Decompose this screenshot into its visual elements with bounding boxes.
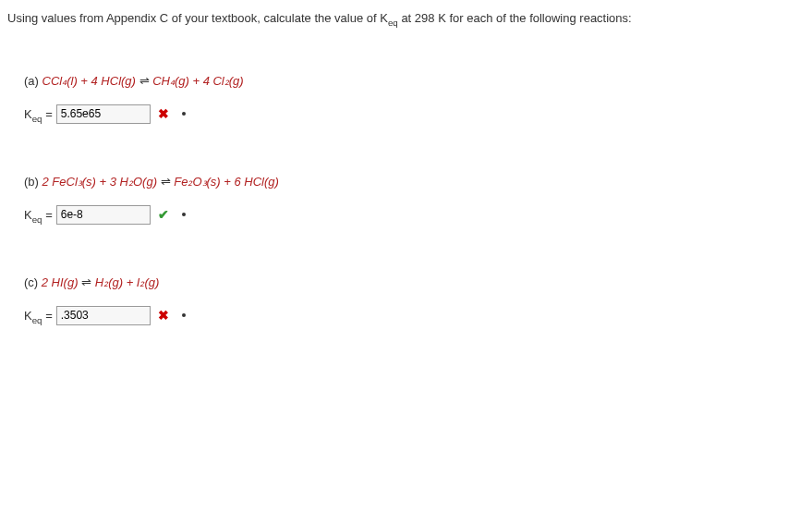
keq-sub: eq bbox=[32, 214, 42, 224]
correct-icon: ✔ bbox=[156, 207, 171, 222]
keq-sub: eq bbox=[32, 314, 42, 324]
part-a-lhs: CCl₄(l) + 4 HCl(g) bbox=[42, 74, 136, 88]
part-b: (b) 2 FeCl₃(s) + 3 H₂O(g) ⇌ Fe₂O₃(s) + 6… bbox=[24, 175, 805, 225]
part-c-answer-row: Keq = ✖ bbox=[24, 306, 805, 325]
question-prompt: Using values from Appendix C of your tex… bbox=[7, 9, 805, 28]
part-a-label: (a) bbox=[24, 74, 42, 88]
part-c-keq-label: Keq = bbox=[24, 309, 53, 323]
part-a-keq-label: Keq = bbox=[24, 107, 53, 121]
part-b-input[interactable] bbox=[56, 205, 151, 225]
part-b-lhs: 2 FeCl₃(s) + 3 H₂O(g) bbox=[42, 175, 158, 189]
part-a-rhs: CH₄(g) + 4 Cl₂(g) bbox=[152, 74, 244, 88]
keq-k: K bbox=[24, 309, 32, 323]
part-a-equation: (a) CCl₄(l) + 4 HCl(g) ⇌ CH₄(g) + 4 Cl₂(… bbox=[24, 74, 805, 88]
part-c: (c) 2 HI(g) ⇌ H₂(g) + I₂(g) Keq = ✖ bbox=[24, 275, 805, 325]
keq-k: K bbox=[24, 208, 32, 222]
keq-eq: = bbox=[42, 309, 53, 323]
keq-eq: = bbox=[42, 208, 53, 222]
part-a-input[interactable] bbox=[56, 104, 151, 124]
part-b-rhs: Fe₂O₃(s) + 6 HCl(g) bbox=[174, 175, 279, 189]
keq-eq: = bbox=[42, 107, 53, 121]
incorrect-icon: ✖ bbox=[156, 308, 171, 323]
part-c-input[interactable] bbox=[56, 306, 151, 325]
part-b-arrow: ⇌ bbox=[157, 175, 174, 189]
part-a: (a) CCl₄(l) + 4 HCl(g) ⇌ CH₄(g) + 4 Cl₂(… bbox=[24, 74, 805, 124]
keq-k: K bbox=[24, 107, 32, 121]
part-b-answer-row: Keq = ✔ bbox=[24, 205, 805, 225]
part-b-label: (b) bbox=[24, 175, 42, 189]
keq-sub: eq bbox=[32, 113, 42, 123]
detail-dot[interactable] bbox=[182, 112, 186, 116]
part-c-label: (c) bbox=[24, 275, 42, 289]
part-c-equation: (c) 2 HI(g) ⇌ H₂(g) + I₂(g) bbox=[24, 275, 805, 289]
incorrect-icon: ✖ bbox=[156, 106, 171, 121]
part-a-answer-row: Keq = ✖ bbox=[24, 104, 805, 124]
part-c-arrow: ⇌ bbox=[79, 275, 95, 289]
detail-dot[interactable] bbox=[182, 313, 186, 317]
detail-dot[interactable] bbox=[182, 213, 186, 216]
part-c-lhs: 2 HI(g) bbox=[42, 275, 79, 289]
prompt-before: Using values from Appendix C of your tex… bbox=[7, 11, 388, 25]
part-c-rhs: H₂(g) + I₂(g) bbox=[95, 275, 160, 289]
part-b-keq-label: Keq = bbox=[24, 208, 53, 222]
part-a-arrow: ⇌ bbox=[136, 74, 152, 88]
part-b-equation: (b) 2 FeCl₃(s) + 3 H₂O(g) ⇌ Fe₂O₃(s) + 6… bbox=[24, 175, 805, 189]
prompt-sub: eq bbox=[388, 18, 398, 28]
prompt-after: at 298 K for each of the following react… bbox=[398, 11, 632, 25]
